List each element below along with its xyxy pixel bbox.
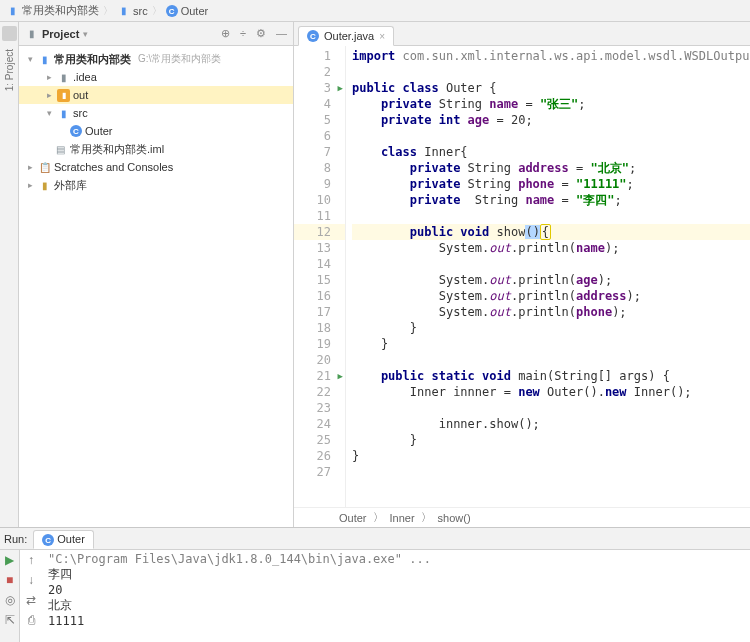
rerun-icon[interactable]: ▶ — [5, 553, 14, 567]
folder-icon: ▮ — [6, 4, 19, 17]
class-icon: C — [307, 30, 319, 42]
tree-item-ext[interactable]: ▸ ▮ 外部库 — [19, 176, 293, 194]
breadcrumb-project[interactable]: ▮ 常用类和内部类 — [6, 3, 99, 18]
chevron-down-icon[interactable]: ▾ — [25, 54, 35, 64]
folder-icon: ▮ — [117, 4, 130, 17]
editor-breadcrumb[interactable]: Outer 〉 Inner 〉 show() — [294, 507, 750, 527]
chevron-right-icon[interactable]: ▸ — [25, 162, 35, 172]
tab-label: Outer.java — [324, 30, 374, 42]
tree-item-scratches[interactable]: ▸ 📋 Scratches and Consoles — [19, 158, 293, 176]
breadcrumb-src-label: src — [133, 5, 148, 17]
run-label: Run: — [4, 533, 27, 545]
tree-item-idea[interactable]: ▸ ▮ .idea — [19, 68, 293, 86]
exit-icon[interactable]: ⇱ — [5, 613, 15, 627]
project-panel-header: ▮ Project ▾ ⊕ ÷ ⚙ — — [19, 22, 293, 46]
folder-icon: ▮ — [25, 27, 38, 40]
editor-tab-outer[interactable]: C Outer.java × — [298, 26, 394, 46]
tree-label: 常用类和内部类 — [54, 52, 131, 67]
tree-item-iml[interactable]: ▤ 常用类和内部类.iml — [19, 140, 293, 158]
breadcrumb-src[interactable]: ▮ src — [117, 4, 148, 17]
chevron-right-icon: 〉 — [373, 510, 384, 525]
down-icon[interactable]: ↓ — [28, 573, 34, 587]
tree-item-out[interactable]: ▸ ▮ out — [19, 86, 293, 104]
left-tool-strip: 1: Project — [0, 22, 19, 527]
chevron-right-icon: 〉 — [152, 4, 162, 18]
project-strip-label[interactable]: 1: Project — [4, 49, 15, 91]
tree-label: 常用类和内部类.iml — [70, 142, 164, 157]
class-icon: C — [70, 125, 82, 137]
wrap-icon[interactable]: ⇄ — [26, 593, 36, 607]
folder-icon: ▮ — [57, 71, 70, 84]
run-tab[interactable]: C Outer — [33, 530, 94, 549]
print-icon[interactable]: ⎙ — [28, 613, 35, 627]
project-tree[interactable]: ▾ ▮ 常用类和内部类 G:\常用类和内部类 ▸ ▮ .idea ▸ ▮ out… — [19, 46, 293, 527]
editor-bc-item[interactable]: show() — [438, 512, 471, 524]
console-line: 11111 — [48, 614, 744, 628]
editor-tabs: C Outer.java × — [294, 22, 750, 46]
run-tab-label: Outer — [57, 533, 85, 545]
breadcrumb-class-label: Outer — [181, 5, 209, 17]
chevron-right-icon: 〉 — [421, 510, 432, 525]
editor-pane: C Outer.java × 1234567891011121314151617… — [294, 22, 750, 527]
run-side-toolbar: ▶ ■ ◎ ⇱ — [0, 550, 20, 642]
chevron-right-icon[interactable]: ▸ — [44, 90, 54, 100]
tree-label: Scratches and Consoles — [54, 161, 173, 173]
gear-icon[interactable]: ⚙ — [256, 27, 266, 40]
close-icon[interactable]: × — [379, 31, 385, 42]
scratches-icon: 📋 — [38, 161, 51, 174]
console-line: "C:\Program Files\Java\jdk1.8.0_144\bin\… — [48, 552, 744, 566]
file-icon: ▤ — [54, 143, 67, 156]
tree-label: Outer — [85, 125, 113, 137]
chevron-right-icon: 〉 — [103, 4, 113, 18]
tree-label: .idea — [73, 71, 97, 83]
gutter[interactable]: 1234567891011121314151617181920212223242… — [294, 46, 346, 507]
tree-item-outer[interactable]: C Outer — [19, 122, 293, 140]
hide-icon[interactable]: — — [276, 27, 287, 40]
console-line: 北京 — [48, 597, 744, 614]
run-side-toolbar-2: ↑ ↓ ⇄ ⎙ — [20, 550, 42, 642]
up-icon[interactable]: ↑ — [28, 553, 34, 567]
editor-bc-item[interactable]: Inner — [390, 512, 415, 524]
target-icon[interactable]: ⊕ — [221, 27, 230, 40]
console-line: 李四 — [48, 566, 744, 583]
collapse-icon[interactable]: ÷ — [240, 27, 246, 40]
tree-label: src — [73, 107, 88, 119]
breadcrumb-class[interactable]: C Outer — [166, 5, 209, 17]
chevron-down-icon[interactable]: ▾ — [83, 29, 88, 39]
project-tool-window-button[interactable] — [2, 26, 17, 41]
breadcrumb-bar: ▮ 常用类和内部类 〉 ▮ src 〉 C Outer — [0, 0, 750, 22]
console-line: 20 — [48, 583, 744, 597]
folder-icon: ▮ — [57, 89, 70, 102]
editor-bc-item[interactable]: Outer — [339, 512, 367, 524]
chevron-right-icon[interactable]: ▸ — [44, 72, 54, 82]
chevron-right-icon[interactable]: ▸ — [25, 180, 35, 190]
tree-label: 外部库 — [54, 178, 87, 193]
tree-root[interactable]: ▾ ▮ 常用类和内部类 G:\常用类和内部类 — [19, 50, 293, 68]
tree-location: G:\常用类和内部类 — [138, 52, 221, 66]
project-panel-title: Project — [42, 28, 79, 40]
library-icon: ▮ — [38, 179, 51, 192]
code-body[interactable]: import com.sun.xml.internal.ws.api.model… — [346, 46, 750, 507]
breadcrumb-project-label: 常用类和内部类 — [22, 3, 99, 18]
folder-icon: ▮ — [57, 107, 70, 120]
camera-icon[interactable]: ◎ — [5, 593, 15, 607]
console-output[interactable]: "C:\Program Files\Java\jdk1.8.0_144\bin\… — [42, 550, 750, 642]
stop-icon[interactable]: ■ — [6, 573, 13, 587]
tree-label: out — [73, 89, 88, 101]
folder-icon: ▮ — [38, 53, 51, 66]
class-icon: C — [42, 534, 54, 546]
code-editor[interactable]: 1234567891011121314151617181920212223242… — [294, 46, 750, 507]
class-icon: C — [166, 5, 178, 17]
run-panel: Run: C Outer ▶ ■ ◎ ⇱ ↑ ↓ ⇄ ⎙ "C:\Program… — [0, 527, 750, 642]
tree-item-src[interactable]: ▾ ▮ src — [19, 104, 293, 122]
run-panel-header: Run: C Outer — [0, 528, 750, 550]
chevron-down-icon[interactable]: ▾ — [44, 108, 54, 118]
project-panel: ▮ Project ▾ ⊕ ÷ ⚙ — ▾ ▮ 常用类和内部类 G:\常用类和内… — [19, 22, 294, 527]
